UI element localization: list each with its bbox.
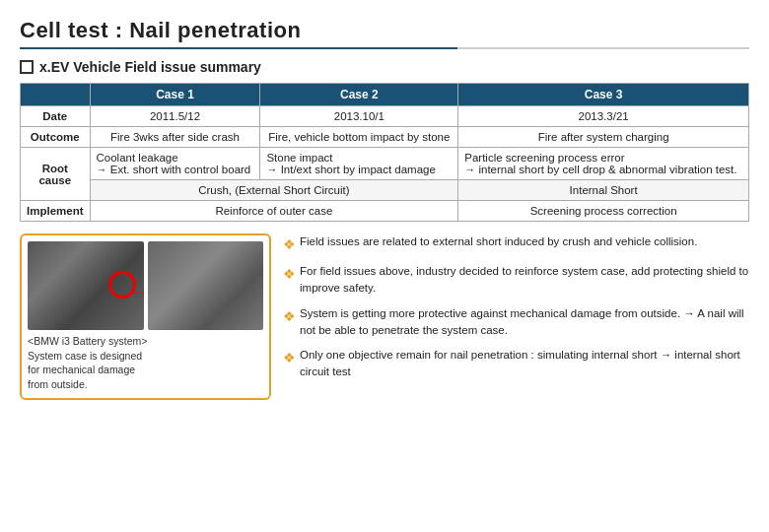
cell-date-3: 2013.3/21 — [458, 106, 749, 127]
bullet-item-2: ❖ For field issues above, industry decid… — [283, 263, 749, 298]
battery-image-right — [148, 241, 264, 330]
bullet-item-3: ❖ System is getting more protective agai… — [283, 305, 749, 340]
cell-rc-internal: Internal Short — [458, 180, 749, 201]
title-underline — [20, 47, 749, 49]
table-row-rootcause1: Root cause Coolant leakage→ Ext. short w… — [21, 148, 749, 180]
table-row-rootcause2: Crush, (External Short Circuit) Internal… — [21, 180, 749, 201]
diamond-icon-2: ❖ — [283, 264, 296, 285]
bottom-section: → <BMW i3 Battery system>System case is … — [20, 233, 749, 400]
section-label: x.EV Vehicle Field issue summary — [39, 59, 261, 75]
cell-rc-1: Coolant leakage→ Ext. short with control… — [90, 148, 260, 180]
col-empty — [21, 84, 91, 106]
col-case3: Case 3 — [458, 84, 749, 106]
bullet-text-3: System is getting more protective agains… — [300, 305, 749, 340]
page-title: Cell test : Nail penetration — [20, 18, 749, 43]
cell-outcome-2: Fire, vehicle bottom impact by stone — [260, 127, 458, 148]
diamond-icon-4: ❖ — [283, 348, 296, 368]
cell-outcome-1: Fire 3wks after side crash — [90, 127, 260, 148]
battery-image-left: → — [28, 241, 144, 330]
cell-rc-3: Particle screening process error→ intern… — [458, 148, 749, 180]
bullet-text-1: Field issues are related to external sho… — [300, 233, 697, 250]
cell-date-1: 2011.5/12 — [90, 106, 260, 127]
cell-impl-1: Reinforce of outer case — [90, 201, 458, 222]
diamond-icon-3: ❖ — [283, 306, 296, 327]
image-box: → <BMW i3 Battery system>System case is … — [20, 233, 271, 400]
page-container: Cell test : Nail penetration x.EV Vehicl… — [0, 0, 769, 410]
bullet-item-1: ❖ Field issues are related to external s… — [283, 233, 749, 255]
cell-rc-crush: Crush, (External Short Circuit) — [90, 180, 458, 201]
bullet-section: ❖ Field issues are related to external s… — [283, 233, 749, 400]
row-header-rootcause: Root cause — [21, 148, 91, 201]
image-caption: <BMW i3 Battery system>System case is de… — [28, 334, 263, 392]
cell-impl-2: Screening process correction — [458, 201, 749, 222]
table-row-implement: Implement Reinforce of outer case Screen… — [21, 201, 749, 222]
row-header-outcome: Outcome — [21, 127, 91, 148]
bullet-item-4: ❖ Only one objective remain for nail pen… — [283, 347, 749, 381]
col-case2: Case 2 — [260, 84, 458, 106]
arrow-overlay: → — [132, 283, 144, 303]
bullet-text-2: For field issues above, industry decided… — [300, 263, 749, 298]
bullet-text-4: Only one objective remain for nail penet… — [300, 347, 749, 381]
cell-date-2: 2013.10/1 — [260, 106, 458, 127]
image-container: → — [28, 241, 263, 330]
table-row-outcome: Outcome Fire 3wks after side crash Fire,… — [21, 127, 749, 148]
cell-outcome-3: Fire after system charging — [458, 127, 749, 148]
table-row-date: Date 2011.5/12 2013.10/1 2013.3/21 — [21, 106, 749, 127]
section-header: x.EV Vehicle Field issue summary — [20, 59, 749, 75]
section-box-icon — [20, 60, 34, 74]
row-header-implement: Implement — [21, 201, 91, 222]
col-case1: Case 1 — [90, 84, 260, 106]
cell-rc-2: Stone impact→ Int/ext short by impact da… — [260, 148, 458, 180]
row-header-date: Date — [21, 106, 91, 127]
diamond-icon-1: ❖ — [283, 234, 296, 255]
summary-table: Case 1 Case 2 Case 3 Date 2011.5/12 2013… — [20, 83, 749, 222]
